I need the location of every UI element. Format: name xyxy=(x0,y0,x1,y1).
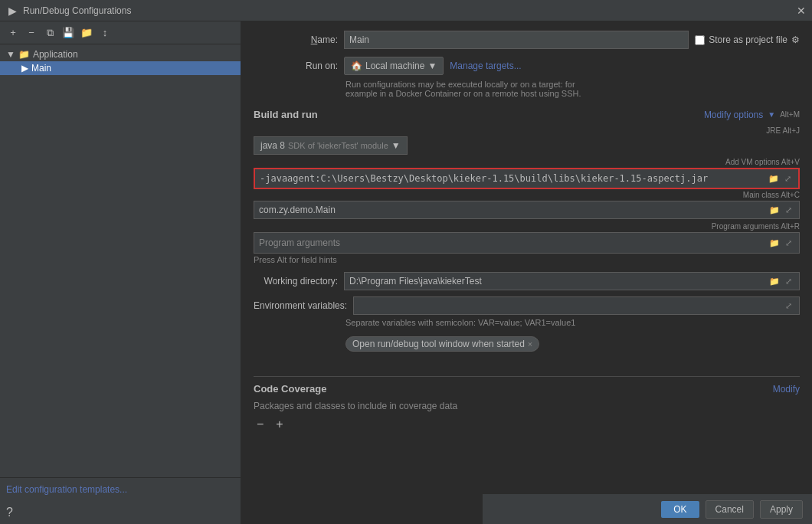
sdk-dropdown[interactable]: java 8 SDK of 'kiekerTest' module ▼ xyxy=(254,136,408,155)
modify-options-area: Modify options ▼ Alt+M xyxy=(704,110,800,120)
copy-config-button[interactable]: ⧉ xyxy=(41,25,58,41)
main-layout: + − ⧉ 💾 📁 ↕ ▼ 📁 Application ▶ Main Edit … xyxy=(0,21,812,524)
open-window-label: Open run/debug tool window when started xyxy=(352,339,525,349)
divider xyxy=(254,376,800,377)
folder-config-button[interactable]: 📁 xyxy=(78,25,95,41)
env-vars-row: Environment variables: ⤢ xyxy=(254,296,800,315)
name-label: Name: xyxy=(254,34,338,45)
sdk-dropdown-arrow: ▼ xyxy=(391,140,401,151)
ok-button[interactable]: OK xyxy=(661,501,699,518)
settings-icon[interactable]: ⚙ xyxy=(791,34,800,45)
run-icon: ▶ xyxy=(21,63,28,74)
env-vars-expand-icon[interactable]: ⤢ xyxy=(782,300,794,312)
build-and-run-title: Build and run xyxy=(254,109,318,120)
store-as-project-label: Store as project file xyxy=(709,34,787,45)
run-on-label: Run on: xyxy=(254,61,338,71)
chevron-down-icon2: ▼ xyxy=(768,110,775,119)
press-alt-hint: Press Alt for field hints xyxy=(254,255,800,264)
help-icon: ? xyxy=(6,506,13,519)
remove-config-button[interactable]: − xyxy=(23,25,40,41)
sidebar-toolbar: + − ⧉ 💾 📁 ↕ xyxy=(0,21,241,44)
env-vars-input[interactable]: ⤢ xyxy=(353,296,800,315)
store-as-project-area: Store as project file ⚙ xyxy=(695,34,800,45)
manage-targets-link[interactable]: Manage targets... xyxy=(450,61,521,71)
save-config-button[interactable]: 💾 xyxy=(60,25,77,41)
vm-options-field[interactable]: -javaagent:C:\Users\Bestzy\Desktop\kieke… xyxy=(254,168,800,189)
bottom-bar: OK Cancel Apply xyxy=(483,493,812,524)
packages-text: Packages and classes to include in cover… xyxy=(254,401,800,411)
local-machine-label: Local machine xyxy=(365,61,424,71)
code-coverage-header: Code Coverage Modify xyxy=(254,383,800,395)
name-input[interactable] xyxy=(344,31,689,49)
run-on-row: Run on: 🏠 Local machine ▼ Manage targets… xyxy=(254,57,800,75)
env-vars-label: Environment variables: xyxy=(254,300,347,311)
working-dir-folder-icon[interactable]: 📁 xyxy=(768,275,781,287)
vm-options-folder-icon[interactable]: 📁 xyxy=(768,172,780,185)
working-dir-label: Working directory: xyxy=(254,276,338,287)
modify-options-link[interactable]: Modify options xyxy=(704,110,763,120)
program-args-field[interactable]: Program arguments 📁 ⤢ xyxy=(254,232,800,254)
working-dir-input[interactable]: D:\Program Files\java\kiekerTest 📁 ⤢ xyxy=(344,272,800,290)
content-area: Name: Store as project file ⚙ Run on: 🏠 … xyxy=(241,21,812,524)
separator-hint: Separate variables with semicolon: VAR=v… xyxy=(345,318,800,327)
close-button[interactable]: ✕ xyxy=(797,5,806,17)
working-dir-row: Working directory: D:\Program Files\java… xyxy=(254,272,800,290)
main-class-expand-icon[interactable]: ⤢ xyxy=(782,204,794,216)
add-config-button[interactable]: + xyxy=(5,25,21,41)
vm-options-icons: 📁 ⤢ xyxy=(768,172,794,185)
open-window-tag-container: Open run/debug tool window when started … xyxy=(345,336,800,364)
program-args-placeholder: Program arguments xyxy=(259,237,340,248)
sdk-hint: SDK of 'kiekerTest' module xyxy=(288,141,388,150)
working-dir-expand-icon[interactable]: ⤢ xyxy=(782,275,794,287)
help-text: Run configurations may be executed local… xyxy=(345,80,800,98)
sort-config-button[interactable]: ↕ xyxy=(97,25,113,41)
application-label: Application xyxy=(33,49,78,60)
build-and-run-header: Build and run Modify options ▼ Alt+M xyxy=(254,109,800,120)
program-args-icons: 📁 ⤢ xyxy=(768,237,794,249)
edit-templates-label: Edit configuration templates... xyxy=(6,484,127,495)
tree-item-application[interactable]: ▼ 📁 Application xyxy=(0,47,241,61)
coverage-minus-button[interactable]: − xyxy=(254,418,267,431)
title-bar-left: ▶ Run/Debug Configurations xyxy=(6,5,131,17)
add-vm-hint: Add VM options Alt+V xyxy=(254,158,800,166)
cancel-button[interactable]: Cancel xyxy=(706,500,754,519)
working-dir-icons: 📁 ⤢ xyxy=(768,275,794,287)
sidebar-tree: ▼ 📁 Application ▶ Main xyxy=(0,44,241,264)
main-class-field[interactable]: com.zy.demo.Main 📁 ⤢ xyxy=(254,201,800,219)
content-panel: Name: Store as project file ⚙ Run on: 🏠 … xyxy=(241,21,812,524)
working-dir-value: D:\Program Files\java\kiekerTest xyxy=(349,276,482,287)
sidebar: + − ⧉ 💾 📁 ↕ ▼ 📁 Application ▶ Main Edit … xyxy=(0,21,241,524)
tree-item-main[interactable]: ▶ Main xyxy=(0,61,241,75)
store-as-project-checkbox[interactable] xyxy=(695,35,705,45)
sdk-row: java 8 SDK of 'kiekerTest' module ▼ xyxy=(254,136,800,155)
main-label: Main xyxy=(31,63,51,74)
apply-button[interactable]: Apply xyxy=(760,500,803,519)
folder-icon: 📁 xyxy=(18,49,30,60)
sidebar-spacer xyxy=(0,264,241,478)
window-title: Run/Debug Configurations xyxy=(23,5,131,16)
vm-options-value: -javaagent:C:\Users\Bestzy\Desktop\kieke… xyxy=(260,173,768,184)
sdk-label: java 8 xyxy=(260,140,285,151)
program-args-expand-icon[interactable]: ⤢ xyxy=(782,237,794,249)
edit-templates-link[interactable]: Edit configuration templates... xyxy=(0,477,241,501)
open-window-tag[interactable]: Open run/debug tool window when started … xyxy=(345,336,539,352)
chevron-down-icon: ▼ xyxy=(6,49,15,60)
home-icon: 🏠 xyxy=(351,61,362,71)
modify-options-shortcut: Alt+M xyxy=(780,110,800,119)
run-debug-icon: ▶ xyxy=(6,5,18,17)
coverage-modify-link[interactable]: Modify xyxy=(773,384,800,395)
help-button[interactable]: ? xyxy=(0,501,241,524)
name-row: Name: Store as project file ⚙ xyxy=(254,31,800,49)
program-args-hint: Program arguments Alt+R xyxy=(254,222,800,231)
title-bar: ▶ Run/Debug Configurations ✕ xyxy=(0,0,812,21)
dropdown-arrow-icon: ▼ xyxy=(427,61,437,71)
main-class-hint: Main class Alt+C xyxy=(254,191,800,199)
main-class-value: com.zy.demo.Main xyxy=(259,205,336,215)
main-class-folder-icon[interactable]: 📁 xyxy=(768,204,781,216)
jre-hint: JRE Alt+J xyxy=(254,126,800,135)
open-window-close-button[interactable]: × xyxy=(528,339,532,349)
vm-options-expand-icon[interactable]: ⤢ xyxy=(781,172,794,185)
local-machine-dropdown[interactable]: 🏠 Local machine ▼ xyxy=(344,57,444,75)
program-args-folder-icon[interactable]: 📁 xyxy=(768,237,781,249)
coverage-plus-button[interactable]: + xyxy=(273,418,286,431)
